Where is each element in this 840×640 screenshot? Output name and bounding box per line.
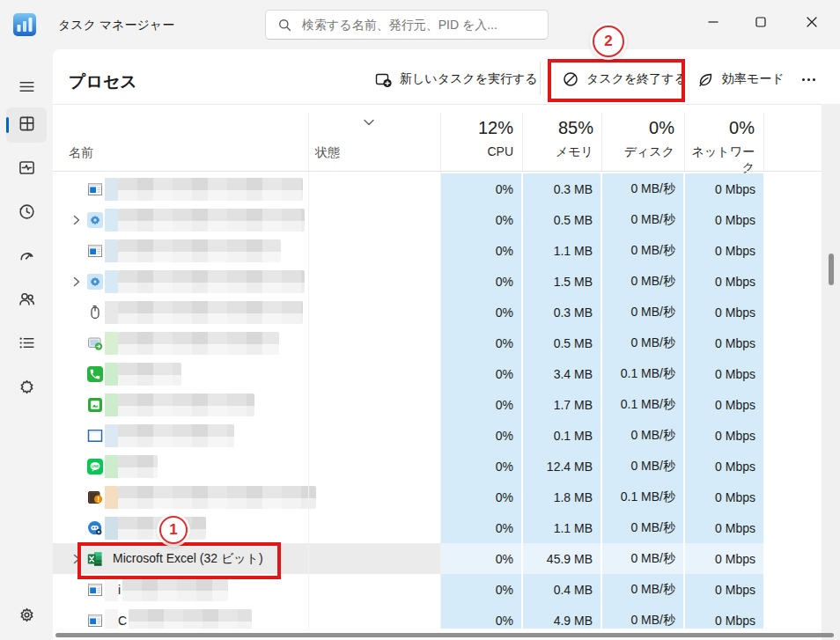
efficiency-mode-button[interactable]: 効率モード: [692, 63, 790, 95]
sidebar-item-settings[interactable]: [6, 599, 47, 634]
expand-chevron-icon[interactable]: [66, 554, 87, 564]
expand-chevron-icon[interactable]: [66, 276, 87, 287]
process-row[interactable]: 0%0.5 MB0 MB/秒0 Mbps: [53, 327, 822, 358]
process-table-body: 0%0.3 MB0 MB/秒0 Mbps0%0.5 MB0 MB/秒0 Mbps…: [53, 172, 822, 632]
blurred-process-name: [118, 424, 234, 447]
process-name-cell: Microsoft Excel (32 ビット): [53, 543, 440, 574]
cpu-cell: 0%: [440, 543, 521, 574]
performance-icon: [18, 158, 36, 180]
svg-text:LINE: LINE: [92, 464, 99, 467]
blurred-name-tint: [105, 455, 118, 478]
cpu-cell: 0%: [440, 482, 521, 512]
vertical-scrollbar-track: [822, 104, 840, 640]
sidebar-item-menu[interactable]: [6, 70, 47, 106]
network-cell: 0 Mbps: [685, 543, 763, 574]
blurred-name-tint: [105, 239, 118, 262]
process-name-cell: [53, 327, 440, 358]
sidebar-item-processes[interactable]: [6, 107, 47, 143]
search-input[interactable]: [300, 17, 548, 33]
vertical-scrollbar-thumb[interactable]: [829, 254, 834, 285]
process-name-cell: i: [53, 574, 440, 605]
run-new-task-button[interactable]: 新しいタスクを実行する: [370, 63, 543, 95]
memory-cell: 1.1 MB: [523, 512, 601, 543]
column-header-disk[interactable]: ディスク: [601, 144, 674, 160]
network-cell: 0 Mbps: [685, 173, 763, 204]
disk-cell: 0 MB/秒: [602, 512, 683, 543]
sidebar-item-details[interactable]: [6, 327, 47, 362]
leaf-icon: [697, 71, 714, 88]
blurred-process-name: [118, 363, 181, 386]
process-row[interactable]: 0%1.5 MB0 MB/秒0 Mbps: [53, 266, 822, 297]
process-row[interactable]: 0%0.3 MB0 MB/秒0 Mbps: [53, 173, 822, 204]
new-task-icon: [375, 71, 392, 88]
network-cell: 0 Mbps: [685, 235, 763, 266]
memory-cell: 1.8 MB: [523, 482, 601, 512]
process-row[interactable]: 0%0.3 MB0 MB/秒0 Mbps: [53, 297, 822, 327]
more-options-button[interactable]: [797, 63, 821, 95]
end-task-icon: [563, 71, 578, 87]
process-row[interactable]: 0%0.1 MB0 MB/秒0 Mbps: [53, 420, 822, 451]
process-row[interactable]: LINE0%12.4 MB0 MB/秒0 Mbps: [53, 451, 822, 482]
blurred-name-tint: [105, 363, 118, 386]
disk-total[interactable]: 0%: [601, 118, 674, 138]
minimize-button[interactable]: [693, 0, 733, 44]
page-title: プロセス: [69, 70, 137, 93]
process-row[interactable]: 0%1.8 MB0.1 MB/秒0 Mbps: [53, 482, 822, 512]
cpu-cell: 0%: [440, 451, 521, 482]
process-name-cell: [53, 297, 440, 327]
blurred-process-name: [118, 455, 158, 478]
process-row[interactable]: 0%1.1 MB0 MB/秒0 Mbps: [53, 235, 822, 266]
sort-chevron-down-icon: [363, 114, 375, 130]
process-row[interactable]: 0%1.1 MB0 MB/秒0 Mbps: [53, 512, 822, 543]
horizontal-scrollbar-thumb[interactable]: [55, 633, 834, 637]
network-total[interactable]: 0%: [684, 118, 755, 138]
close-button[interactable]: [792, 0, 832, 44]
sidebar-item-users[interactable]: [6, 283, 47, 318]
task-manager-window: タスク マネージャー プロセス 新しいタスクを実行する タスクを終了する 効率モ…: [0, 0, 840, 640]
app-history-icon: [18, 202, 36, 224]
sidebar-item-services[interactable]: [6, 371, 47, 406]
column-header-memory[interactable]: メモリ: [522, 144, 593, 160]
sidebar-item-startup-apps[interactable]: [6, 239, 47, 275]
memory-total[interactable]: 85%: [522, 118, 593, 138]
maximize-icon: [755, 17, 766, 27]
expand-chevron-icon[interactable]: [66, 215, 87, 225]
blurred-process-name: [122, 578, 228, 601]
disk-cell: 0 MB/秒: [602, 297, 683, 327]
blurred-process-name: [118, 486, 316, 509]
network-cell: 0 Mbps: [685, 574, 763, 605]
app-window-icon: [87, 181, 103, 197]
process-row-excel[interactable]: Microsoft Excel (32 ビット)0%45.9 MB0 MB/秒0…: [53, 543, 822, 574]
network-cell: 0 Mbps: [685, 420, 763, 451]
process-name-cell: [53, 204, 440, 235]
warning-box-icon: [87, 489, 103, 505]
cpu-cell: 0%: [440, 266, 521, 297]
sidebar-item-performance[interactable]: [6, 151, 47, 187]
blank-window-icon: [87, 428, 103, 444]
sidebar-item-app-history[interactable]: [6, 195, 47, 231]
blurred-process-name: [118, 239, 281, 262]
run-new-task-label: 新しいタスクを実行する: [400, 71, 538, 87]
ellipsis-icon: [802, 78, 815, 81]
blurred-process-name: [118, 209, 305, 232]
process-row[interactable]: 0%3.4 MB0.1 MB/秒0 Mbps: [53, 358, 822, 389]
process-row[interactable]: 0%0.5 MB0 MB/秒0 Mbps: [53, 204, 822, 235]
network-cell: 0 Mbps: [685, 451, 763, 482]
maximize-button[interactable]: [741, 0, 781, 44]
cpu-total[interactable]: 12%: [440, 118, 513, 138]
column-header-name[interactable]: 名前: [69, 145, 93, 161]
process-name-cell: [53, 482, 440, 512]
cpu-cell: 0%: [440, 235, 521, 266]
process-row[interactable]: 0%1.7 MB0.1 MB/秒0 Mbps: [53, 389, 822, 420]
end-task-button[interactable]: タスクを終了する: [557, 63, 692, 95]
column-header-cpu[interactable]: CPU: [440, 144, 513, 158]
process-row[interactable]: i0%0.4 MB0 MB/秒0 Mbps: [53, 574, 822, 605]
blurred-name-tint: [105, 394, 118, 416]
search-box[interactable]: [265, 10, 549, 40]
column-header-status[interactable]: 状態: [315, 145, 340, 161]
cpu-cell: 0%: [440, 389, 521, 420]
network-cell: 0 Mbps: [685, 297, 763, 327]
hamburger-menu-icon: [18, 77, 36, 99]
gallery-green-icon: [87, 397, 103, 413]
process-name-fragment: C: [118, 614, 127, 628]
